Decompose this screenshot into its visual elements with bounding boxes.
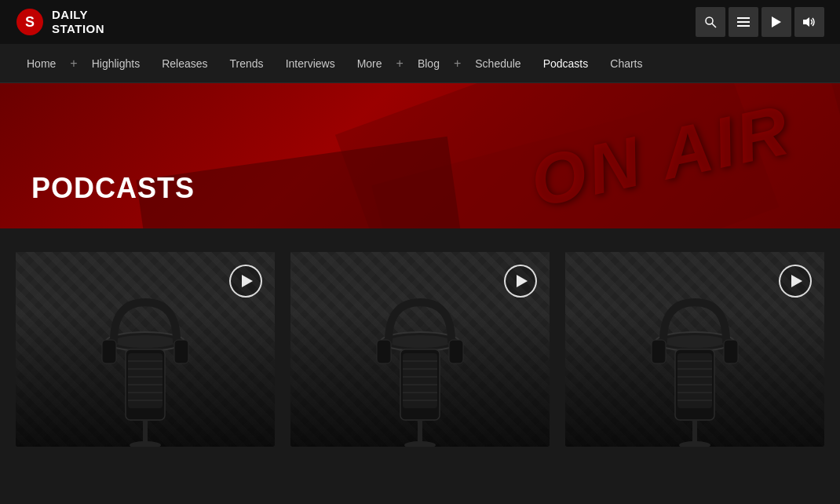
home-plus[interactable]: + <box>67 44 80 83</box>
play-button-card-2[interactable] <box>504 265 537 298</box>
svg-rect-22 <box>174 340 188 363</box>
nav-interviews[interactable]: Interviews <box>275 44 346 83</box>
microphone-1 <box>75 294 216 447</box>
svg-rect-33 <box>418 420 422 444</box>
nav-highlights[interactable]: Highlights <box>81 44 151 83</box>
svg-point-48 <box>679 441 710 447</box>
nav-charts[interactable]: Charts <box>599 44 653 83</box>
nav-blog[interactable]: Blog <box>407 44 451 83</box>
nav-more[interactable]: More <box>346 44 393 83</box>
svg-marker-7 <box>772 16 781 27</box>
play-button[interactable] <box>761 7 791 37</box>
hamburger-button[interactable] <box>729 7 758 37</box>
podcast-card-1[interactable] <box>16 252 275 447</box>
svg-rect-40 <box>677 353 712 408</box>
site-logo[interactable]: S DAILY STATION <box>16 8 104 36</box>
svg-rect-47 <box>692 420 697 444</box>
nav-schedule[interactable]: Schedule <box>464 44 531 83</box>
svg-rect-21 <box>102 340 116 363</box>
svg-point-20 <box>130 441 161 447</box>
logo-icon: S <box>16 8 44 36</box>
page-title: Podcasts <box>31 172 195 205</box>
site-name: DAILY STATION <box>52 8 104 36</box>
nav-home[interactable]: Home <box>16 44 67 83</box>
podcast-card-3[interactable] <box>565 252 824 447</box>
svg-point-2 <box>706 17 713 24</box>
podcast-card-2[interactable] <box>290 252 550 447</box>
svg-rect-4 <box>737 17 750 19</box>
play-button-card-1[interactable] <box>229 265 262 298</box>
nav-trends[interactable]: Trends <box>219 44 275 83</box>
volume-button[interactable] <box>794 7 824 37</box>
svg-rect-50 <box>724 340 738 363</box>
svg-marker-8 <box>803 17 809 27</box>
top-actions <box>696 7 824 37</box>
blog-plus[interactable]: + <box>451 44 464 83</box>
play-button-card-3[interactable] <box>779 265 812 298</box>
svg-point-10 <box>114 335 177 348</box>
play-triangle-1 <box>242 275 253 287</box>
svg-rect-49 <box>652 340 666 363</box>
svg-point-34 <box>404 441 436 447</box>
hero-banner: ON AIR Podcasts <box>0 83 840 228</box>
svg-point-24 <box>389 335 451 348</box>
top-bar: S DAILY STATION <box>0 0 840 44</box>
svg-rect-35 <box>377 340 391 363</box>
more-plus[interactable]: + <box>393 44 407 83</box>
main-nav: Home + Highlights Releases Trends Interv… <box>0 44 840 83</box>
search-button[interactable] <box>696 7 725 37</box>
svg-point-38 <box>663 335 726 348</box>
play-triangle-2 <box>517 275 528 287</box>
svg-text:S: S <box>25 14 35 30</box>
svg-rect-6 <box>737 25 750 27</box>
svg-rect-26 <box>403 353 437 408</box>
svg-rect-12 <box>128 353 163 408</box>
microphone-2 <box>349 294 491 447</box>
nav-releases[interactable]: Releases <box>151 44 218 83</box>
cards-grid <box>16 252 824 447</box>
nav-podcasts[interactable]: Podcasts <box>532 44 600 83</box>
microphone-3 <box>624 294 765 447</box>
podcast-cards-section <box>0 228 840 470</box>
svg-rect-5 <box>737 21 750 23</box>
play-triangle-3 <box>791 275 802 287</box>
svg-rect-36 <box>449 340 463 363</box>
svg-rect-19 <box>143 420 148 444</box>
svg-line-3 <box>712 24 716 27</box>
